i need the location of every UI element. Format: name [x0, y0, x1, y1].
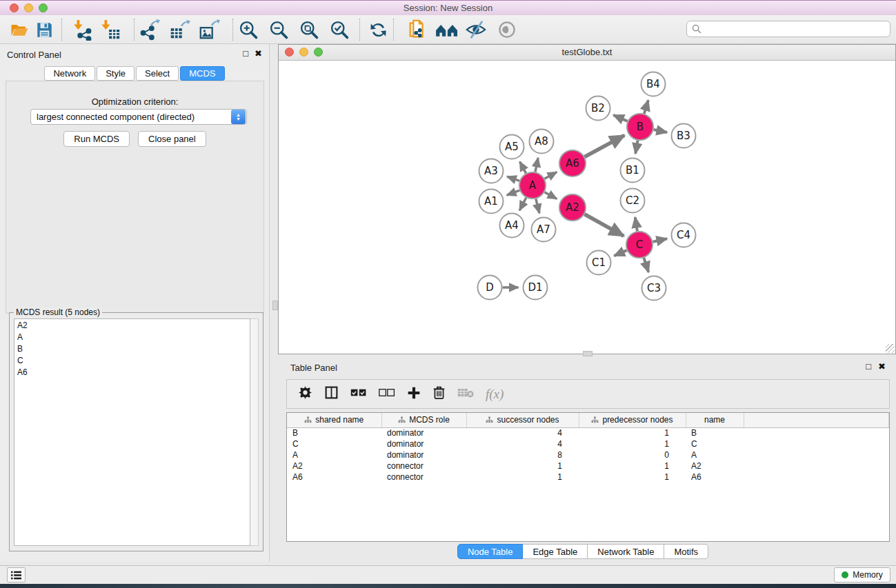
zoom-fit-button[interactable] [297, 18, 321, 41]
add-column-button[interactable] [407, 386, 421, 403]
first-neighbors-button[interactable] [433, 18, 461, 41]
cell-predecessor_nodes[interactable]: 1 [579, 427, 686, 438]
show-all-button[interactable] [495, 18, 519, 41]
cell-successor_nodes[interactable]: 1 [466, 472, 579, 483]
tab-motifs[interactable]: Motifs [664, 544, 708, 559]
node-B[interactable]: B [627, 114, 653, 140]
export-network-button[interactable] [138, 18, 161, 41]
run-mcds-button[interactable]: Run MCDS [63, 131, 130, 147]
node-C2[interactable]: C2 [621, 189, 645, 213]
close-panel-icon[interactable]: ✖ [255, 49, 262, 59]
float-panel-icon[interactable]: □ [243, 49, 248, 59]
network-canvas[interactable]: AA1A2A3A4A5A6A7A8BB1B2B3B4CC1C2C3C4DD1 [279, 61, 895, 354]
edge-B-B3[interactable] [654, 130, 667, 132]
select-all-button[interactable] [350, 387, 367, 401]
tab-mcds[interactable]: MCDS [180, 66, 224, 81]
delete-table-button[interactable] [457, 387, 474, 401]
import-network-button[interactable] [71, 18, 94, 41]
edge-A-A7[interactable] [536, 199, 539, 213]
column-header-shared-name[interactable]: shared name [287, 413, 381, 427]
cell-predecessor_nodes[interactable]: 0 [579, 449, 686, 460]
zoom-window-button[interactable] [39, 3, 48, 12]
node-B3[interactable]: B3 [672, 124, 696, 148]
tab-network-table[interactable]: Network Table [588, 544, 664, 559]
cell-shared_name[interactable]: A6 [287, 472, 381, 483]
zoom-selected-button[interactable] [328, 18, 351, 41]
refresh-layout-button[interactable] [366, 18, 390, 41]
cell-predecessor_nodes[interactable]: 1 [579, 460, 686, 472]
node-A1[interactable]: A1 [479, 190, 504, 214]
show-panels-button[interactable] [7, 567, 26, 582]
node-A4[interactable]: A4 [500, 214, 524, 238]
cell-shared_name[interactable]: B [287, 427, 381, 438]
node-B1[interactable]: B1 [621, 159, 645, 183]
edge-A-A3[interactable] [507, 176, 519, 181]
show-columns-button[interactable] [324, 385, 339, 403]
cell-name[interactable]: A [686, 449, 744, 460]
node-C[interactable]: C [626, 232, 653, 258]
cell-shared_name[interactable]: A [287, 449, 381, 460]
column-header-name[interactable]: name [686, 413, 744, 427]
close-panel-button[interactable]: Close panel [138, 131, 206, 147]
cell-mcds_role[interactable]: dominator [381, 427, 466, 438]
cell-shared_name[interactable]: A2 [287, 460, 381, 472]
node-A5[interactable]: A5 [500, 135, 524, 159]
cell-mcds_role[interactable]: connector [381, 460, 466, 472]
cell-name[interactable]: C [686, 438, 744, 449]
network-close-button[interactable] [285, 48, 294, 57]
edge-C-C3[interactable] [644, 258, 648, 272]
tab-select[interactable]: Select [136, 66, 179, 81]
cell-mcds_role[interactable]: dominator [381, 449, 466, 460]
node-A3[interactable]: A3 [479, 159, 504, 183]
node-D[interactable]: D [478, 276, 502, 300]
edge-A-A8[interactable] [535, 158, 538, 172]
open-session-button[interactable] [8, 18, 31, 41]
edge-A-A5[interactable] [520, 162, 526, 174]
edge-B-B2[interactable] [613, 115, 627, 121]
table-row[interactable]: A2connector11A2 [287, 460, 889, 472]
cell-name[interactable]: A6 [686, 472, 744, 483]
cell-predecessor_nodes[interactable]: 1 [579, 472, 686, 483]
mcds-result-scrollbar[interactable] [250, 318, 259, 546]
cell-name[interactable]: A2 [686, 460, 744, 472]
edge-A-A2[interactable] [545, 192, 557, 199]
network-zoom-button[interactable] [314, 48, 323, 57]
column-header-predecessor-nodes[interactable]: predecessor nodes [579, 413, 686, 427]
duplicate-network-button[interactable] [406, 18, 429, 41]
node-A2[interactable]: A2 [559, 194, 586, 221]
vertical-split-handle[interactable] [272, 301, 278, 310]
table-row[interactable]: A6connector11A6 [287, 472, 889, 483]
close-window-button[interactable] [10, 3, 19, 12]
network-window-titlebar[interactable]: testGlobe.txt [279, 45, 895, 61]
mcds-result-item[interactable]: A2 [14, 319, 250, 331]
cell-successor_nodes[interactable]: 4 [466, 427, 579, 438]
cell-name[interactable]: B [686, 427, 744, 438]
mcds-result-item[interactable]: B [14, 343, 250, 354]
cell-shared_name[interactable]: C [287, 438, 381, 449]
search-box[interactable] [686, 21, 890, 37]
table-options-button[interactable] [298, 385, 312, 403]
node-C3[interactable]: C3 [642, 276, 666, 301]
node-C4[interactable]: C4 [672, 223, 696, 247]
criterion-dropdown[interactable]: largest connected component (directed) ▲… [30, 109, 247, 125]
column-header-MCDS-role[interactable]: MCDS role [381, 413, 466, 427]
edge-A-A6[interactable] [545, 172, 557, 179]
table-row[interactable]: Adominator80A [287, 449, 889, 460]
function-builder-button[interactable]: f(x) [486, 387, 504, 402]
memory-button[interactable]: Memory [834, 567, 890, 582]
edge-C-C1[interactable] [614, 250, 626, 256]
node-C1[interactable]: C1 [587, 251, 611, 275]
edge-B-B4[interactable] [644, 100, 648, 113]
hide-selected-button[interactable] [464, 18, 488, 41]
tab-edge-table[interactable]: Edge Table [523, 544, 588, 559]
mcds-result-item[interactable]: A6 [14, 366, 250, 378]
edge-C-C2[interactable] [635, 217, 637, 231]
tab-node-table[interactable]: Node Table [457, 544, 524, 559]
edge-A-A4[interactable] [519, 198, 526, 210]
edge-A-A1[interactable] [507, 190, 519, 195]
float-table-panel-icon[interactable]: □ [866, 362, 871, 372]
edge-A6-B[interactable] [585, 135, 625, 156]
edge-B-B1[interactable] [635, 141, 637, 154]
tab-style[interactable]: Style [97, 66, 135, 81]
column-header-successor-nodes[interactable]: successor nodes [466, 413, 579, 427]
